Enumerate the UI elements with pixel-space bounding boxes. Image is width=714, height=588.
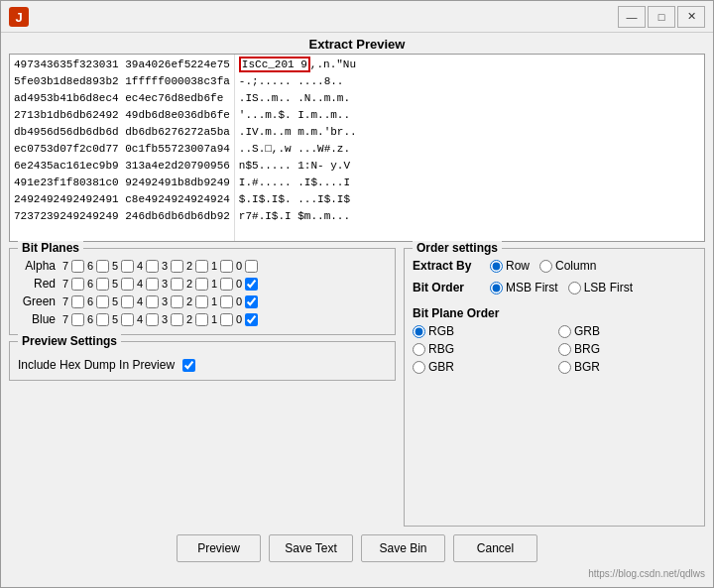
bit-number: 6 <box>87 260 95 272</box>
bit-plane-row: Green76543210 <box>18 294 387 308</box>
bit-plane-checkbox[interactable] <box>121 295 134 308</box>
bit-plane-item: 5 <box>112 313 134 326</box>
lsb-first-option[interactable]: LSB First <box>568 281 633 294</box>
bit-plane-checkbox[interactable] <box>220 295 233 308</box>
bit-plane-row-label: Red <box>18 277 56 291</box>
bit-plane-item: 7 <box>62 295 84 308</box>
extract-by-column-option[interactable]: Column <box>539 259 596 273</box>
bit-plane-item: 2 <box>186 313 208 326</box>
bpo-option-rgb[interactable]: RGB <box>413 324 550 338</box>
bit-plane-checkbox[interactable] <box>171 278 183 291</box>
bpo-option-brg[interactable]: BRG <box>558 342 696 356</box>
bit-plane-item: 5 <box>112 260 134 273</box>
bpo-option-grb[interactable]: GRB <box>558 324 696 338</box>
bit-plane-checkbox[interactable] <box>96 313 109 326</box>
titlebar: J — □ ✕ <box>1 1 713 33</box>
footer: Preview Save Text Save Bin Cancel <box>9 527 705 566</box>
bit-plane-checkbox[interactable] <box>146 260 159 273</box>
bit-plane-checkbox[interactable] <box>96 295 109 308</box>
bit-plane-checkbox[interactable] <box>195 295 208 308</box>
bit-number: 7 <box>62 278 70 290</box>
bit-plane-checkbox[interactable] <box>71 295 84 308</box>
cancel-button[interactable]: Cancel <box>453 534 537 562</box>
bit-plane-row: Blue76543210 <box>18 312 387 326</box>
preview-text-row: -.;..... ....8.. <box>239 73 700 90</box>
preview-hex-row: 6e2435ac161ec9b9 313a4e2d20790956 <box>14 158 230 175</box>
extract-by-radio-group: Row Column <box>490 259 596 273</box>
include-hex-dump-label: Include Hex Dump In Preview <box>18 358 175 372</box>
bpo-label-brg: BRG <box>574 342 600 356</box>
bit-plane-checkbox[interactable] <box>195 278 208 291</box>
bit-plane-checkbox[interactable] <box>171 313 183 326</box>
bit-plane-checkbox[interactable] <box>146 295 159 308</box>
order-settings-group: Order settings Extract By Row Co <box>404 248 705 527</box>
msb-first-option[interactable]: MSB First <box>490 281 558 294</box>
bit-plane-checkbox[interactable] <box>195 313 208 326</box>
bit-plane-checkbox[interactable] <box>245 313 258 326</box>
bit-plane-checkbox[interactable] <box>220 313 233 326</box>
save-bin-button[interactable]: Save Bin <box>361 534 445 562</box>
bit-number: 1 <box>211 295 219 307</box>
bit-plane-checkbox[interactable] <box>220 260 233 273</box>
minimize-button[interactable]: — <box>618 6 646 28</box>
bit-number: 3 <box>162 260 170 272</box>
preview-area[interactable]: 497343635f323031 39a4026ef5224e755fe03b1… <box>9 54 705 242</box>
bit-number: 3 <box>162 313 170 325</box>
extract-by-row-option[interactable]: Row <box>490 259 530 273</box>
save-text-button[interactable]: Save Text <box>269 534 353 562</box>
bit-plane-checkbox[interactable] <box>245 260 258 273</box>
include-hex-dump-checkbox[interactable] <box>182 359 195 372</box>
bpo-label-bgr: BGR <box>574 360 600 374</box>
window-controls: — □ ✕ <box>618 6 705 28</box>
bit-plane-item: 0 <box>236 295 258 308</box>
bit-plane-checkbox[interactable] <box>171 260 183 273</box>
bit-plane-row-label: Blue <box>18 312 56 326</box>
bit-number: 0 <box>236 278 244 290</box>
bit-plane-checkbox[interactable] <box>146 313 159 326</box>
bit-number: 2 <box>186 260 194 272</box>
bit-plane-checkbox[interactable] <box>121 260 134 273</box>
bit-plane-item: 4 <box>137 313 159 326</box>
bit-plane-checkbox[interactable] <box>96 278 109 291</box>
bit-plane-checkbox[interactable] <box>121 313 134 326</box>
preview-text-row: IsCc_201 9,.n."Nu <box>239 57 700 73</box>
bit-plane-checkbox[interactable] <box>71 260 84 273</box>
bit-plane-item: 7 <box>62 313 84 326</box>
bit-plane-checkbox[interactable] <box>220 278 233 291</box>
bpo-option-gbr[interactable]: GBR <box>413 360 550 374</box>
bit-plane-checkbox[interactable] <box>71 278 84 291</box>
bit-plane-item: 7 <box>62 278 84 291</box>
preview-settings-row: Include Hex Dump In Preview <box>18 358 387 372</box>
bpo-label-grb: GRB <box>574 324 600 338</box>
bit-plane-checkbox[interactable] <box>195 260 208 273</box>
bit-plane-checkbox[interactable] <box>245 295 258 308</box>
bit-plane-item: 5 <box>112 295 134 308</box>
bit-plane-checkbox[interactable] <box>146 278 159 291</box>
bit-plane-checkbox[interactable] <box>171 295 183 308</box>
bit-plane-item: 3 <box>162 260 183 273</box>
bit-plane-item: 1 <box>211 295 233 308</box>
bit-plane-order-grid: RGBGRBRBGBRGGBRBGR <box>413 324 696 374</box>
bit-number: 6 <box>87 295 95 307</box>
bit-plane-checkbox[interactable] <box>245 278 258 291</box>
bottom-panels: Bit Planes Alpha76543210Red76543210Green… <box>9 248 705 527</box>
preview-button[interactable]: Preview <box>177 534 261 562</box>
close-button[interactable]: ✕ <box>677 6 705 28</box>
bit-number: 3 <box>162 278 170 290</box>
preview-hex-row: db4956d56db6db6d db6db6276272a5ba <box>14 124 230 141</box>
bit-number: 0 <box>236 295 244 307</box>
svg-text:J: J <box>15 10 22 25</box>
bit-plane-checkbox[interactable] <box>121 278 134 291</box>
bit-plane-checkbox[interactable] <box>96 260 109 273</box>
bit-plane-item: 3 <box>162 278 183 291</box>
preview-highlight: IsCc_201 9 <box>239 57 310 72</box>
bpo-option-bgr[interactable]: BGR <box>558 360 696 374</box>
bit-plane-item: 0 <box>236 260 258 273</box>
extract-by-column-label: Column <box>555 259 596 273</box>
bit-plane-item: 1 <box>211 278 233 291</box>
preview-text-row: I.#..... .I$....I <box>239 175 700 191</box>
maximize-button[interactable]: □ <box>648 6 675 28</box>
bit-plane-checkbox[interactable] <box>71 313 84 326</box>
bpo-option-rbg[interactable]: RBG <box>413 342 550 356</box>
watermark: https://blog.csdn.net/qdlws <box>9 568 705 579</box>
